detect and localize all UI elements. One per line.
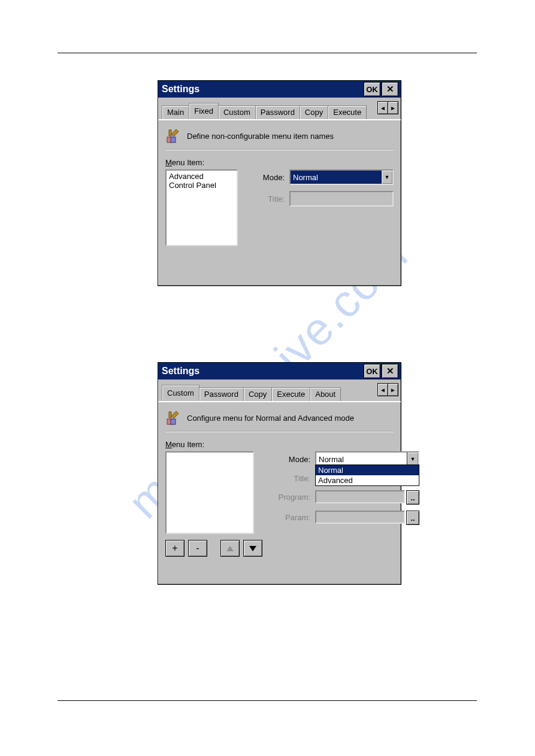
title-bar: Settings OK ✕ [158,363,401,379]
tab-custom[interactable]: Custom [218,105,256,119]
tab-bar: Custom Password Copy Execute About ◄ ► [158,379,401,402]
chevron-down-icon[interactable]: ▼ [407,453,418,466]
mode-dropdown-list[interactable]: Normal Advanced [315,464,419,486]
close-button[interactable]: ✕ [382,82,398,96]
settings-dialog-custom: Settings OK ✕ Custom Password Copy Execu… [158,362,401,585]
title-label: Title: [273,474,310,483]
move-down-button[interactable] [243,540,262,557]
menu-item-label: Menu Item: [165,440,394,449]
tab-scroll-left-icon[interactable]: ◄ [377,101,388,114]
tab-bar: Main Fixed Custom Password Copy Execute … [158,98,401,120]
tab-main[interactable]: Main [162,105,189,119]
menu-item-label: Menu Item: [165,158,394,167]
program-input [315,490,405,503]
tab-description: Configure menu for Normal and Advanced m… [187,414,354,423]
move-up-button[interactable] [220,540,240,557]
tools-icon [165,409,182,426]
tab-scroll-right-icon[interactable]: ► [388,383,398,396]
tab-execute[interactable]: Execute [328,105,367,119]
param-label: Param: [273,513,310,522]
ok-button[interactable]: OK [364,82,380,96]
page-rule-top [58,53,477,53]
tab-copy[interactable]: Copy [300,105,328,119]
menu-item-listbox[interactable]: Advanced Control Panel [165,169,238,246]
list-item[interactable]: Advanced [168,172,235,181]
page-rule-bottom [58,700,477,701]
ok-button[interactable]: OK [364,364,380,378]
svg-rect-3 [171,419,176,424]
dialog-title: Settings [162,84,362,95]
mode-value: Normal [316,453,407,466]
close-button[interactable]: ✕ [382,364,398,378]
title-input [289,191,394,207]
mode-label: Mode: [273,455,310,464]
dropdown-option[interactable]: Normal [316,465,419,475]
tools-icon [165,127,182,144]
tab-password[interactable]: Password [255,105,300,119]
tab-scroll-left-icon[interactable]: ◄ [377,383,388,396]
tab-copy[interactable]: Copy [243,387,272,401]
dropdown-option[interactable]: Advanced [316,475,419,485]
dialog-title: Settings [162,366,362,377]
tab-execute[interactable]: Execute [271,387,310,401]
tab-custom[interactable]: Custom [162,385,200,401]
param-input [315,511,405,524]
mode-value: Normal [291,171,381,184]
title-bar: Settings OK ✕ [158,81,401,98]
tab-description: Define non-configurable menu item names [187,132,334,141]
mode-label: Mode: [249,173,285,182]
mode-combobox[interactable]: Normal ▼ [289,169,394,185]
program-label: Program: [273,493,310,502]
add-button[interactable]: + [165,540,185,557]
tab-password[interactable]: Password [199,387,244,401]
tab-scroll-right-icon[interactable]: ► [388,101,398,114]
menu-item-listbox[interactable] [165,451,254,534]
title-label: Title: [249,195,285,204]
svg-rect-1 [171,137,176,142]
settings-dialog-fixed: Settings OK ✕ Main Fixed Custom Password… [158,80,401,286]
remove-button[interactable]: - [188,540,207,557]
tab-fixed[interactable]: Fixed [189,103,219,119]
tab-about[interactable]: About [310,387,341,401]
param-browse-button[interactable]: .. [406,511,419,525]
list-item[interactable]: Control Panel [168,181,235,190]
program-browse-button[interactable]: .. [406,490,419,505]
chevron-down-icon[interactable]: ▼ [381,171,392,184]
